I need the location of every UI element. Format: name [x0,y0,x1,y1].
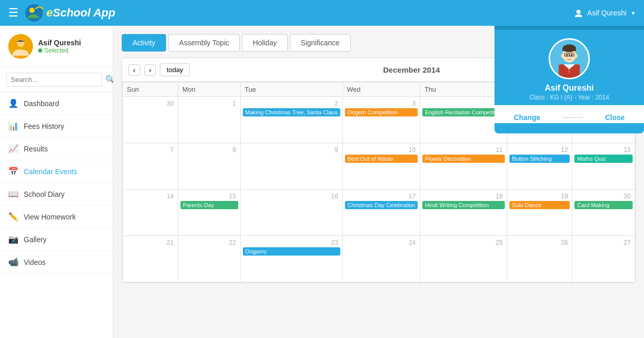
svg-point-2 [576,10,581,14]
event-pill[interactable]: Hindi Writing Competition [422,201,505,209]
popup-avatar-area: Asif Qureshi Class : KG I (A) - Year : 2… [494,30,644,105]
topbar-user[interactable]: Asif Qureshi ▼ [574,8,636,18]
event-pill[interactable]: Christmas Day Celebration [345,201,418,209]
cal-cell[interactable]: 13Maths Quiz [572,143,635,190]
change-button[interactable]: Change [514,113,540,122]
search-box: 🔍 [0,67,113,92]
event-pill[interactable]: Card Making [574,201,633,209]
cal-cell[interactable]: 19Solo Dance [507,190,572,236]
close-button[interactable]: Close [605,113,624,122]
cal-cell[interactable]: 27 [572,236,635,282]
hamburger-icon[interactable]: ☰ [8,6,19,20]
cal-cell[interactable]: 3Origem Competition [342,97,420,143]
fees-history-icon: 📊 [8,121,19,131]
event-pill[interactable]: Solo Dance [509,201,570,209]
sidebar-item-label: Dashboard [24,99,59,108]
svg-point-1 [29,8,35,13]
cal-prev-btn[interactable]: ‹ [128,64,140,76]
cal-cell[interactable]: 24 [342,236,420,282]
svg-point-16 [574,54,577,58]
main-content: ActivityAssembly TopicHolidaySignificanc… [113,26,644,291]
cal-cell[interactable]: 12Button Stitching [507,143,572,190]
topbar-chevron-icon: ▼ [631,10,636,16]
cal-cell[interactable]: 8 [178,143,240,190]
profile-name: Asif Qureshi [38,39,81,47]
logo: eSchool App [25,4,115,22]
day-number: 9 [243,145,340,155]
day-number: 7 [125,145,176,155]
event-pill[interactable]: Button Stitching [509,155,570,163]
tab-significance[interactable]: Significance [290,34,351,52]
day-number: 11 [422,145,505,155]
event-pill[interactable]: Best Out of Waste [345,155,418,163]
popup-class: Class : KG I (A) - Year : 2014 [530,94,609,101]
cal-cell[interactable]: 16 [240,190,342,236]
cal-cell[interactable]: 25 [420,236,507,282]
day-number: 4 [422,99,505,108]
cal-cell[interactable]: 22 [178,236,240,282]
today-button[interactable]: today [160,63,190,76]
sidebar-item-videos[interactable]: 📹Videos [0,251,113,274]
cal-day-header-sun: Sun [123,82,178,97]
logo-icon [25,4,43,22]
sidebar-item-label: View Homework [24,213,76,221]
day-number: 8 [180,145,238,155]
tab-activity[interactable]: Activity [122,34,166,52]
cal-cell[interactable]: 2Making Christmas Tree, Santa Claus [240,97,342,143]
cal-cell[interactable]: 17Christmas Day Celebration [342,190,420,236]
cal-cell[interactable]: 20Card Making [572,190,635,236]
day-number: 17 [345,192,418,201]
event-pill[interactable]: Making Christmas Tree, Santa Claus [243,108,340,116]
cal-next-btn[interactable]: › [144,64,156,76]
cal-day-header-mon: Mon [178,82,240,97]
cal-cell[interactable]: 30 [123,97,178,143]
cal-day-header-tue: Tue [240,82,342,97]
sidebar-item-label: Gallery [24,235,46,244]
cal-cell[interactable]: 14 [123,190,178,236]
svg-point-15 [561,54,564,58]
sidebar-item-view-homework[interactable]: ✏️View Homework [0,206,113,228]
day-number: 30 [125,99,176,108]
user-icon-top [574,8,583,18]
cal-cell[interactable]: 9 [240,143,342,190]
tab-holiday[interactable]: Holiday [242,34,288,52]
day-number: 15 [180,192,238,201]
search-input[interactable] [6,73,102,87]
event-pill[interactable]: Maths Quiz [574,155,633,163]
popup-divider: ------ [563,111,583,123]
search-button[interactable]: 🔍 [105,75,113,84]
sidebar-item-dashboard[interactable]: 👤Dashboard [0,92,113,115]
gallery-icon: 📷 [8,234,19,244]
cal-cell[interactable]: 26 [507,236,572,282]
cal-cell[interactable]: 15Parents Day [178,190,240,236]
cal-cell[interactable]: 11Flower Decoration [420,143,507,190]
cal-cell[interactable]: 23Origamy [240,236,342,282]
sidebar-item-results[interactable]: 📈Results [0,138,113,160]
event-pill[interactable]: English Recitation Competition [422,108,505,116]
sidebar-item-fees-history[interactable]: 📊Fees History [0,115,113,138]
sidebar-item-calendar-events[interactable]: 📅Calendar Events [0,160,113,183]
day-number: 12 [509,145,570,155]
day-number: 24 [345,238,418,247]
popup-avatar [549,38,590,79]
event-pill[interactable]: Flower Decoration [422,155,505,163]
day-number: 20 [574,192,633,201]
avatar [8,34,33,59]
day-number: 27 [574,238,633,247]
cal-cell[interactable]: 21 [123,236,178,282]
event-pill[interactable]: Origamy [243,247,340,256]
cal-cell[interactable]: 1 [178,97,240,143]
cal-cell[interactable]: 18Hindi Writing Competition [420,190,507,236]
sidebar-item-school-diary[interactable]: 📖School Diary [0,183,113,206]
sidebar-item-label: Fees History [24,122,64,130]
day-number: 2 [243,99,340,108]
profile-status: Selected [38,47,81,54]
cal-cell[interactable]: 10Best Out of Waste [342,143,420,190]
cal-cell[interactable]: 7 [123,143,178,190]
tab-assembly-topic[interactable]: Assembly Topic [168,34,240,52]
sidebar-item-gallery[interactable]: 📷Gallery [0,228,113,251]
day-number: 3 [345,99,418,108]
sidebar-profile: Asif Qureshi Selected [0,26,113,67]
event-pill[interactable]: Origem Competition [345,108,418,116]
event-pill[interactable]: Parents Day [180,201,238,209]
